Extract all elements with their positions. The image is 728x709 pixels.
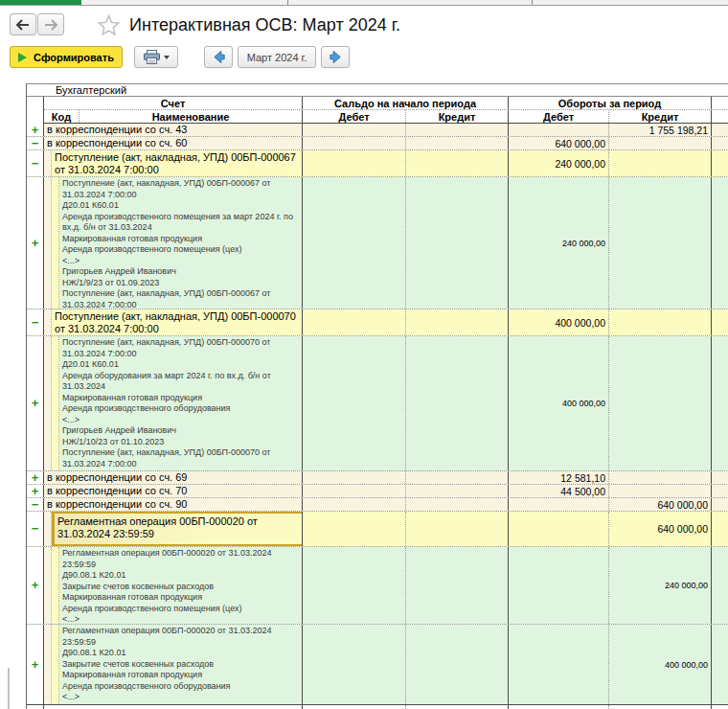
cell-sd[interactable] bbox=[303, 705, 406, 709]
cell-saldo-debit[interactable] bbox=[303, 512, 406, 546]
cell-saldo-debit[interactable] bbox=[303, 150, 406, 176]
cell-name[interactable]: Поступление (акт, накладная, УПД) 00БП-0… bbox=[44, 336, 303, 470]
indent-strip bbox=[44, 625, 52, 704]
posting-detail-line: <...> bbox=[62, 692, 299, 703]
previous-period-button[interactable] bbox=[204, 46, 233, 68]
cell-saldo-credit[interactable] bbox=[406, 177, 509, 309]
cell-saldo-debit[interactable] bbox=[303, 124, 406, 136]
posting-detail-line: Д90.08.1 К20.01 bbox=[62, 570, 299, 582]
cell-turnover-credit[interactable]: 400 000,00 bbox=[609, 625, 712, 704]
expand-icon[interactable]: + bbox=[32, 399, 39, 408]
cell-name[interactable]: Поступление (акт, накладная, УПД) 00БП-0… bbox=[44, 177, 303, 309]
cell-name[interactable]: Регламентная операция 00БП-000020 от 31.… bbox=[44, 512, 303, 546]
expand-icon[interactable]: + bbox=[32, 487, 39, 496]
cell-saldo-credit[interactable] bbox=[406, 547, 509, 624]
collapse-icon[interactable]: − bbox=[32, 500, 39, 510]
next-period-button[interactable] bbox=[321, 46, 350, 68]
cell-turnover-credit[interactable]: 640 000,00 bbox=[609, 498, 712, 511]
cell-saldo-debit[interactable] bbox=[303, 485, 406, 497]
cell-saldo-debit[interactable] bbox=[303, 309, 406, 335]
cell-saldo-credit[interactable] bbox=[406, 625, 509, 704]
collapse-icon[interactable]: − bbox=[32, 139, 39, 149]
cell-turnover-credit[interactable] bbox=[609, 485, 712, 497]
posting-detail-line: Закрытие счетов косвенных расходов bbox=[62, 582, 299, 593]
cell-name[interactable]: Регламентная операция 00БП-000020 от 31.… bbox=[44, 547, 303, 624]
cell-tk[interactable] bbox=[609, 705, 712, 709]
page-title: Интерактивная ОСВ: Март 2024 г. bbox=[129, 15, 400, 35]
print-split-button[interactable] bbox=[134, 46, 178, 68]
cell-name[interactable]: в корреспонденции со сч. 60 bbox=[44, 137, 303, 149]
cell-turnover-debit[interactable]: 400 000,00 bbox=[509, 336, 609, 470]
collapse-icon[interactable]: − bbox=[32, 159, 39, 169]
cell-saldo-credit[interactable] bbox=[406, 485, 509, 497]
cell-turnover-credit[interactable]: 240 000,00 bbox=[609, 547, 712, 624]
cell-turnover-debit[interactable] bbox=[509, 547, 609, 624]
cell-turnover-debit[interactable]: 400 000,00 bbox=[509, 309, 609, 335]
cell-turnover-credit[interactable] bbox=[609, 177, 712, 309]
cell-name[interactable]: в корреспонденции со сч. 70 bbox=[44, 485, 303, 497]
cell-turnover-debit[interactable] bbox=[509, 124, 609, 136]
cell-name[interactable]: Регламентная операция 00БП-000020 от 31.… bbox=[44, 625, 303, 704]
expand-icon[interactable]: + bbox=[32, 126, 39, 135]
posting-detail-line: Поступление (акт, накладная, УПД) 00БП-0… bbox=[62, 337, 299, 359]
collapse-icon[interactable]: − bbox=[32, 318, 39, 328]
back-button[interactable] bbox=[10, 13, 36, 35]
indent-strip bbox=[44, 177, 52, 309]
cell-saldo-credit[interactable] bbox=[406, 309, 509, 335]
cell-turnover-credit[interactable] bbox=[609, 309, 712, 335]
collapse-icon[interactable]: − bbox=[32, 524, 39, 534]
favorite-star-icon[interactable] bbox=[97, 13, 121, 37]
account-group-label: в корреспонденции со сч. 70 bbox=[44, 485, 190, 497]
expand-icon[interactable]: + bbox=[32, 581, 39, 590]
generate-button[interactable]: Сформировать bbox=[10, 46, 123, 68]
cell-saldo-credit[interactable] bbox=[406, 137, 509, 149]
cell-saldo-credit[interactable] bbox=[406, 512, 509, 546]
cell-turnover-credit[interactable]: 1 755 198,21 bbox=[609, 124, 712, 136]
cell-saldo-credit[interactable] bbox=[406, 336, 509, 470]
expand-icon[interactable]: + bbox=[32, 660, 39, 670]
cell-saldo-debit[interactable] bbox=[303, 137, 406, 149]
cell-turnover-credit[interactable]: 640 000,00 bbox=[609, 512, 712, 546]
cell-turnover-credit[interactable] bbox=[609, 150, 712, 176]
cell-turnover-debit[interactable]: 240 000,00 bbox=[509, 177, 609, 309]
period-button[interactable]: Март 2024 г. bbox=[238, 46, 316, 68]
cell-saldo-debit[interactable] bbox=[303, 177, 406, 309]
cell-saldo-debit[interactable] bbox=[303, 336, 406, 470]
cell-name[interactable]: в корреспонденции со сч. 90 bbox=[44, 498, 303, 511]
expand-icon[interactable]: + bbox=[32, 473, 39, 483]
cell-saldo-credit[interactable] bbox=[406, 471, 509, 484]
cell-name[interactable] bbox=[44, 705, 303, 709]
expand-icon[interactable]: + bbox=[32, 239, 39, 248]
row-tail-cell bbox=[712, 705, 728, 709]
cell-turnover-debit[interactable] bbox=[509, 498, 609, 511]
cell-td[interactable] bbox=[509, 705, 609, 709]
cell-name[interactable]: в корреспонденции со сч. 69 bbox=[44, 471, 303, 484]
cell-name[interactable]: Поступление (акт, накладная, УПД) 00БП-0… bbox=[44, 309, 303, 335]
forward-button[interactable] bbox=[37, 13, 64, 35]
cell-name[interactable]: Поступление (акт, накладная, УПД) 00БП-0… bbox=[44, 150, 303, 176]
row-expander-cell: + bbox=[27, 547, 44, 624]
cell-name[interactable]: в корреспонденции со сч. 43 bbox=[44, 124, 303, 136]
cell-saldo-debit[interactable] bbox=[303, 498, 406, 511]
row-expander-cell: − bbox=[27, 309, 44, 335]
cell-turnover-credit[interactable] bbox=[609, 137, 712, 149]
cell-turnover-debit[interactable]: 640 000,00 bbox=[509, 137, 609, 149]
posting-detail-line: Аренда оборудования за март 2024 г. по в… bbox=[62, 371, 299, 393]
cell-saldo-credit[interactable] bbox=[406, 124, 509, 136]
cell-saldo-credit[interactable] bbox=[406, 150, 509, 176]
cell-sk[interactable] bbox=[406, 705, 509, 709]
cell-saldo-debit[interactable] bbox=[303, 547, 406, 624]
ledger-label: Бухгалтерский bbox=[27, 84, 126, 96]
selected-cell-box[interactable]: Регламентная операция 00БП-000020 от 31.… bbox=[52, 512, 303, 546]
cell-saldo-debit[interactable] bbox=[303, 471, 406, 484]
cell-turnover-credit[interactable] bbox=[609, 471, 712, 484]
cell-turnover-debit[interactable]: 44 500,00 bbox=[509, 485, 609, 497]
cell-turnover-debit[interactable] bbox=[509, 625, 609, 704]
posting-detail-text: Поступление (акт, накладная, УПД) 00БП-0… bbox=[59, 336, 302, 470]
cell-turnover-debit[interactable]: 240 000,00 bbox=[509, 150, 609, 176]
cell-saldo-credit[interactable] bbox=[406, 498, 509, 511]
cell-turnover-debit[interactable]: 12 581,10 bbox=[509, 471, 609, 484]
cell-turnover-debit[interactable] bbox=[509, 512, 609, 546]
cell-turnover-credit[interactable] bbox=[609, 336, 712, 470]
cell-saldo-debit[interactable] bbox=[303, 625, 406, 704]
